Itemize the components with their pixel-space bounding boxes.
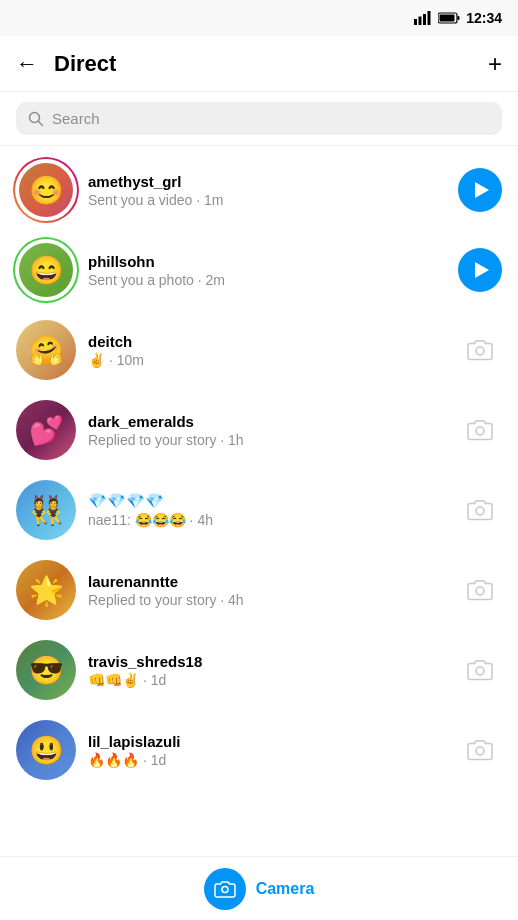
play-button[interactable] xyxy=(458,168,502,212)
camera-icon xyxy=(466,498,494,522)
message-content: travis_shreds18 👊👊✌ · 1d xyxy=(88,653,446,688)
username: deitch xyxy=(88,333,446,350)
avatar: 😊 xyxy=(16,160,76,220)
avatar-image: 😄 xyxy=(19,243,73,297)
avatar: 🌟 xyxy=(16,560,76,620)
message-preview: nae11: 😂😂😂 · 4h xyxy=(88,512,446,528)
svg-rect-0 xyxy=(414,19,417,25)
username: dark_emeralds xyxy=(88,413,446,430)
message-preview: Sent you a video · 1m xyxy=(88,192,446,208)
camera-button-circle[interactable] xyxy=(204,868,246,910)
search-icon xyxy=(28,111,44,127)
avatar-image: 👯 xyxy=(16,480,76,540)
svg-point-15 xyxy=(222,886,228,892)
avatar-image: 🌟 xyxy=(16,560,76,620)
list-item[interactable]: 😊 amethyst_grl Sent you a video · 1m xyxy=(0,150,518,230)
message-list: 😊 amethyst_grl Sent you a video · 1m 😄 p… xyxy=(0,150,518,860)
camera-icon-button[interactable] xyxy=(458,338,502,362)
svg-point-11 xyxy=(476,507,484,515)
avatar-image: 💕 xyxy=(16,400,76,460)
message-content: dark_emeralds Replied to your story · 1h xyxy=(88,413,446,448)
message-preview: Sent you a photo · 2m xyxy=(88,272,446,288)
list-item[interactable]: 👯 💎💎💎💎 nae11: 😂😂😂 · 4h xyxy=(0,470,518,550)
avatar: 😄 xyxy=(16,240,76,300)
avatar: 🤗 xyxy=(16,320,76,380)
camera-icon xyxy=(466,738,494,762)
svg-rect-5 xyxy=(458,16,460,20)
avatar-emoji: 😃 xyxy=(16,720,76,780)
username: 💎💎💎💎 xyxy=(88,492,446,510)
message-content: lil_lapislazuli 🔥🔥🔥 · 1d xyxy=(88,733,446,768)
camera-icon xyxy=(466,658,494,682)
message-preview: Replied to your story · 4h xyxy=(88,592,446,608)
avatar-emoji: 👯 xyxy=(16,480,76,540)
camera-icon-button[interactable] xyxy=(458,578,502,602)
avatar-emoji: 💕 xyxy=(16,400,76,460)
back-button[interactable]: ← xyxy=(16,51,38,77)
avatar: 💕 xyxy=(16,400,76,460)
camera-icon xyxy=(466,338,494,362)
message-content: phillsohn Sent you a photo · 2m xyxy=(88,253,446,288)
username: lil_lapislazuli xyxy=(88,733,446,750)
list-item[interactable]: 😎 travis_shreds18 👊👊✌ · 1d xyxy=(0,630,518,710)
username: phillsohn xyxy=(88,253,446,270)
message-preview: 👊👊✌ · 1d xyxy=(88,672,446,688)
avatar: 😎 xyxy=(16,640,76,700)
avatar: 😃 xyxy=(16,720,76,780)
avatar-image: 🤗 xyxy=(16,320,76,380)
username: amethyst_grl xyxy=(88,173,446,190)
username: laurenanntte xyxy=(88,573,446,590)
camera-icon-button[interactable] xyxy=(458,418,502,442)
svg-rect-3 xyxy=(428,11,431,25)
camera-icon-button[interactable] xyxy=(458,658,502,682)
battery-icon xyxy=(438,12,460,24)
message-preview: Replied to your story · 1h xyxy=(88,432,446,448)
svg-point-10 xyxy=(476,427,484,435)
svg-rect-1 xyxy=(419,17,422,26)
message-content: laurenanntte Replied to your story · 4h xyxy=(88,573,446,608)
header: ← Direct + xyxy=(0,36,518,92)
search-placeholder: Search xyxy=(52,110,100,127)
list-item[interactable]: 😃 lil_lapislazuli 🔥🔥🔥 · 1d xyxy=(0,710,518,790)
message-preview: ✌ · 10m xyxy=(88,352,446,368)
camera-icon-button[interactable] xyxy=(458,738,502,762)
svg-rect-2 xyxy=(423,14,426,25)
svg-point-14 xyxy=(476,747,484,755)
svg-point-12 xyxy=(476,587,484,595)
svg-point-13 xyxy=(476,667,484,675)
list-item[interactable]: 🌟 laurenanntte Replied to your story · 4… xyxy=(0,550,518,630)
list-item[interactable]: 🤗 deitch ✌ · 10m xyxy=(0,310,518,390)
username: travis_shreds18 xyxy=(88,653,446,670)
message-content: deitch ✌ · 10m xyxy=(88,333,446,368)
signal-icon xyxy=(414,11,432,25)
camera-icon-button[interactable] xyxy=(458,498,502,522)
new-message-button[interactable]: + xyxy=(488,50,502,78)
avatar-emoji: 😎 xyxy=(16,640,76,700)
svg-point-9 xyxy=(476,347,484,355)
message-preview: 🔥🔥🔥 · 1d xyxy=(88,752,446,768)
message-content: amethyst_grl Sent you a video · 1m xyxy=(88,173,446,208)
message-content: 💎💎💎💎 nae11: 😂😂😂 · 4h xyxy=(88,492,446,528)
avatar-image: 😎 xyxy=(16,640,76,700)
bottom-camera-bar[interactable]: Camera xyxy=(0,856,518,920)
header-left: ← Direct xyxy=(16,51,116,77)
list-item[interactable]: 😄 phillsohn Sent you a photo · 2m xyxy=(0,230,518,310)
svg-rect-6 xyxy=(440,15,455,22)
page-title: Direct xyxy=(54,51,116,77)
avatar-image: 😊 xyxy=(19,163,73,217)
camera-icon xyxy=(214,880,236,898)
avatar-emoji: 🌟 xyxy=(16,560,76,620)
list-item[interactable]: 💕 dark_emeralds Replied to your story · … xyxy=(0,390,518,470)
divider xyxy=(0,145,518,146)
status-time: 12:34 xyxy=(466,10,502,26)
avatar: 👯 xyxy=(16,480,76,540)
avatar-image: 😃 xyxy=(16,720,76,780)
play-button[interactable] xyxy=(458,248,502,292)
search-bar[interactable]: Search xyxy=(16,102,502,135)
camera-icon xyxy=(466,418,494,442)
avatar-emoji: 😊 xyxy=(19,163,73,217)
status-bar: 12:34 xyxy=(0,0,518,36)
camera-icon xyxy=(466,578,494,602)
status-icons: 12:34 xyxy=(414,10,502,26)
camera-label: Camera xyxy=(256,880,315,898)
